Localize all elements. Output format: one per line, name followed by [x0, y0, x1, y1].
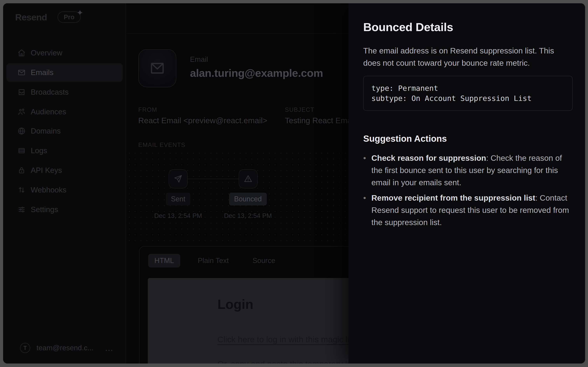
- email-icon-tile: [138, 49, 176, 87]
- arrows-up-down-icon: [17, 186, 26, 194]
- sliders-icon: [17, 205, 26, 214]
- user-email: team@resend.c...: [37, 344, 93, 352]
- globe-icon: [17, 127, 26, 135]
- resend-logo: Resend: [15, 12, 47, 23]
- envelope-icon: [149, 60, 166, 76]
- suggestion-item: •Check reason for suppression: Check the…: [363, 152, 573, 189]
- sidebar-item-api-keys[interactable]: API Keys: [6, 161, 123, 180]
- bounced-status-badge[interactable]: Bounced: [229, 193, 267, 205]
- drawer-description: The email address is on Resend suppressi…: [363, 45, 573, 69]
- sidebar-item-domains[interactable]: Domains: [6, 122, 123, 140]
- email-events-label: EMAIL EVENTS: [138, 142, 185, 149]
- recipient-address: alan.turing@example.com: [190, 67, 323, 79]
- suggestion-item: •Remove recipient from the suppression l…: [363, 192, 573, 229]
- suggestion-actions-title: Suggestion Actions: [363, 133, 573, 144]
- user-row[interactable]: T team@resend.c... …: [20, 343, 114, 353]
- from-value: React Email <preview@react.email>: [138, 116, 267, 125]
- subject-label: SUBJECT: [285, 106, 314, 113]
- lock-icon: [17, 166, 26, 174]
- preview-tabs: HTML Plain Text Source: [148, 254, 282, 267]
- sidebar-item-label: Audiences: [31, 108, 66, 116]
- home-icon: [17, 49, 26, 57]
- bounce-code-block: type: Permanent subtype: On Account Supp…: [363, 76, 573, 111]
- pro-badge: Pro ✦: [58, 11, 81, 23]
- sidebar-item-emails[interactable]: Emails: [6, 63, 123, 82]
- sidebar-item-audiences[interactable]: Audiences: [6, 102, 123, 121]
- mail-icon: [17, 68, 26, 77]
- rows-icon: [17, 147, 26, 155]
- sidebar: Resend Pro ✦ Overview Emails Broadcasts …: [3, 3, 126, 364]
- subject-value: Testing React Email: [285, 116, 355, 125]
- magic-link[interactable]: Click here to log in with this magic lin…: [217, 335, 358, 344]
- sidebar-item-broadcasts[interactable]: Broadcasts: [6, 83, 123, 101]
- logo-row: Resend Pro ✦: [15, 11, 81, 23]
- sidebar-item-label: Overview: [31, 49, 62, 57]
- app-window: Resend Pro ✦ Overview Emails Broadcasts …: [3, 3, 585, 364]
- suggestion-list: •Check reason for suppression: Check the…: [363, 152, 573, 229]
- preview-footer-text: Or, copy and paste this temporary logi: [217, 359, 358, 364]
- drawer-title: Bounced Details: [363, 20, 573, 34]
- users-icon: [17, 108, 26, 116]
- sparkle-icon: ✦: [77, 8, 84, 17]
- bounced-details-drawer: Bounced Details The email address is on …: [348, 3, 585, 364]
- bullet-icon: •: [363, 152, 366, 164]
- sidebar-item-label: API Keys: [31, 166, 62, 175]
- pro-badge-label: Pro: [64, 13, 75, 21]
- bullet-icon: •: [363, 192, 366, 204]
- sidebar-item-settings[interactable]: Settings: [6, 200, 123, 219]
- bounced-event-tile: [239, 169, 258, 188]
- recipient-type-label: Email: [190, 55, 208, 64]
- sidebar-item-label: Broadcasts: [31, 88, 69, 96]
- bounce-type-line: type: Permanent: [371, 83, 564, 93]
- bounced-timestamp: Dec 13, 2:54 PM: [224, 212, 272, 219]
- preview-heading: Login: [217, 297, 253, 312]
- sidebar-item-label: Logs: [31, 146, 47, 155]
- timeline-connector: [188, 179, 239, 179]
- tab-html[interactable]: HTML: [148, 254, 180, 267]
- from-label: FROM: [138, 106, 157, 113]
- tab-plain-text[interactable]: Plain Text: [192, 254, 235, 267]
- sent-timestamp: Dec 13, 2:54 PM: [154, 212, 202, 219]
- sidebar-item-label: Domains: [31, 127, 61, 135]
- sidebar-item-webhooks[interactable]: Webhooks: [6, 181, 123, 199]
- sent-status-badge: Sent: [166, 193, 190, 205]
- bounce-subtype-line: subtype: On Account Suppression List: [371, 93, 564, 103]
- ellipsis-menu-icon[interactable]: …: [105, 343, 114, 353]
- warning-triangle-icon: [244, 174, 252, 183]
- sidebar-item-label: Webhooks: [31, 186, 67, 194]
- sidebar-item-label: Emails: [31, 68, 53, 77]
- sidebar-item-overview[interactable]: Overview: [6, 43, 123, 62]
- sidebar-item-logs[interactable]: Logs: [6, 141, 123, 160]
- send-icon: [174, 174, 183, 183]
- inbox-icon: [17, 88, 26, 96]
- tab-source[interactable]: Source: [246, 254, 281, 267]
- sidebar-item-label: Settings: [31, 205, 58, 214]
- avatar: T: [20, 343, 30, 353]
- sent-event-tile: [168, 169, 188, 188]
